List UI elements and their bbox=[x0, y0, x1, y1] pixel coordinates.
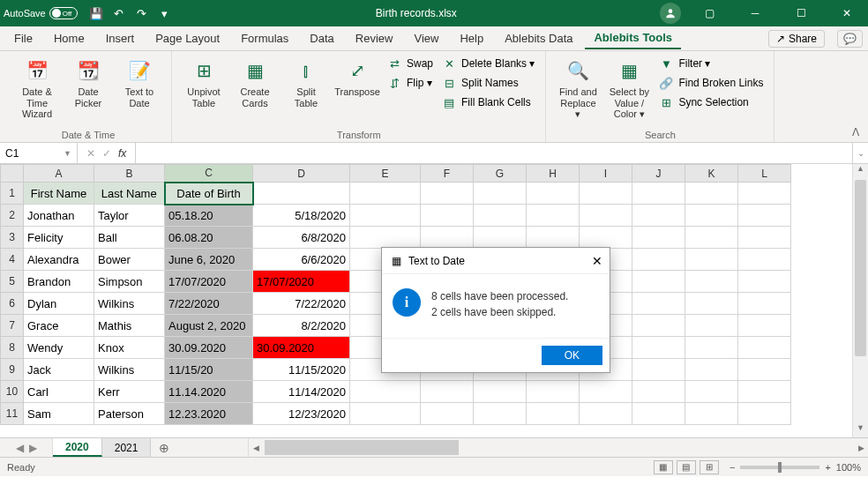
formula-input[interactable] bbox=[136, 143, 852, 163]
sync-selection-button[interactable]: ⊞Sync Selection bbox=[655, 93, 767, 111]
ribbon-display-icon[interactable]: ▢ bbox=[692, 1, 727, 26]
cell[interactable] bbox=[738, 381, 791, 403]
cell[interactable] bbox=[685, 315, 738, 337]
cell[interactable]: Date of Birth bbox=[165, 183, 253, 205]
cell[interactable]: 6/6/2020 bbox=[253, 249, 350, 271]
cell[interactable] bbox=[685, 359, 738, 381]
cell[interactable] bbox=[474, 227, 527, 249]
cell[interactable] bbox=[632, 293, 685, 315]
cell[interactable] bbox=[474, 205, 527, 227]
cell[interactable] bbox=[738, 337, 791, 359]
cell[interactable]: 06.08.20 bbox=[165, 227, 253, 249]
cell[interactable] bbox=[685, 271, 738, 293]
row-header[interactable]: 9 bbox=[1, 359, 24, 381]
undo-icon[interactable]: ↶ bbox=[111, 5, 127, 21]
cell[interactable] bbox=[632, 271, 685, 293]
cell[interactable]: Wilkins bbox=[94, 359, 165, 381]
cell[interactable]: 11.14.2020 bbox=[165, 381, 253, 403]
ribbon-tab-home[interactable]: Home bbox=[45, 28, 94, 49]
zoom-out-button[interactable]: − bbox=[730, 462, 735, 473]
cell[interactable]: 12/23/2020 bbox=[253, 403, 350, 425]
autosave-toggle[interactable]: AutoSave Off bbox=[4, 7, 78, 19]
cell[interactable]: 11/14/2020 bbox=[253, 381, 350, 403]
ribbon-tab-ablebits-data[interactable]: Ablebits Data bbox=[496, 28, 581, 49]
cell[interactable]: Wilkins bbox=[94, 293, 165, 315]
cell[interactable]: 5/18/2020 bbox=[253, 205, 350, 227]
page-layout-button[interactable]: ▤ bbox=[677, 460, 696, 474]
col-header-A[interactable]: A bbox=[24, 165, 94, 183]
zoom-slider[interactable] bbox=[740, 466, 819, 469]
cell[interactable] bbox=[685, 249, 738, 271]
cell[interactable]: 17/07/2020 bbox=[165, 271, 253, 293]
cell[interactable]: Taylor bbox=[94, 205, 165, 227]
cell[interactable]: Carl bbox=[24, 381, 94, 403]
row-header[interactable]: 1 bbox=[1, 183, 24, 205]
cell[interactable]: Jack bbox=[24, 359, 94, 381]
add-sheet-button[interactable]: ⊕ bbox=[151, 438, 177, 457]
cell[interactable] bbox=[580, 205, 632, 227]
fill-blank-cells-button[interactable]: ▤Fill Blank Cells bbox=[438, 93, 538, 111]
cell[interactable]: 7/22/2020 bbox=[253, 293, 350, 315]
page-break-button[interactable]: ⊞ bbox=[700, 460, 719, 474]
share-button[interactable]: ↗Share bbox=[768, 30, 825, 48]
zoom-control[interactable]: − + 100% bbox=[730, 462, 861, 473]
cell[interactable]: Jonathan bbox=[24, 205, 94, 227]
ok-button[interactable]: OK bbox=[542, 346, 602, 365]
cell[interactable]: 6/8/2020 bbox=[253, 227, 350, 249]
minimize-button[interactable]: ─ bbox=[737, 1, 773, 26]
scroll-up-icon[interactable]: ▲ bbox=[853, 164, 868, 178]
redo-icon[interactable]: ↷ bbox=[134, 5, 150, 21]
cell[interactable]: 11/15/20 bbox=[165, 359, 253, 381]
cell[interactable] bbox=[253, 183, 350, 205]
cell[interactable] bbox=[580, 183, 632, 205]
ribbon-tab-ablebits-tools[interactable]: Ablebits Tools bbox=[585, 27, 681, 49]
dialog-titlebar[interactable]: ▦ Text to Date ✕ bbox=[382, 248, 610, 274]
cell[interactable] bbox=[421, 403, 474, 425]
ribbon-tab-file[interactable]: File bbox=[5, 28, 41, 49]
cell[interactable] bbox=[421, 183, 474, 205]
col-header-E[interactable]: E bbox=[350, 165, 421, 183]
cell[interactable] bbox=[527, 227, 580, 249]
col-header-B[interactable]: B bbox=[94, 165, 165, 183]
cell[interactable]: 30.09.2020 bbox=[165, 337, 253, 359]
cell[interactable] bbox=[527, 403, 580, 425]
col-header-H[interactable]: H bbox=[527, 165, 580, 183]
row-header[interactable]: 5 bbox=[1, 271, 24, 293]
cell[interactable] bbox=[474, 381, 527, 403]
chevron-down-icon[interactable]: ▼ bbox=[64, 149, 71, 158]
find-broken-links-button[interactable]: 🔗Find Broken Links bbox=[655, 74, 767, 92]
cell[interactable] bbox=[685, 337, 738, 359]
ribbon-tab-data[interactable]: Data bbox=[301, 28, 342, 49]
ribbon-tab-view[interactable]: View bbox=[405, 28, 447, 49]
find-and-replace--button[interactable]: 🔍Find and Replace ▾ bbox=[553, 55, 602, 122]
cell[interactable]: June 6, 2020 bbox=[165, 249, 253, 271]
cell[interactable] bbox=[350, 403, 421, 425]
cell[interactable] bbox=[421, 227, 474, 249]
col-header-D[interactable]: D bbox=[253, 165, 350, 183]
cell[interactable]: 30.09.2020 bbox=[253, 337, 350, 359]
cell[interactable] bbox=[632, 227, 685, 249]
cell[interactable]: Sam bbox=[24, 403, 94, 425]
zoom-in-button[interactable]: + bbox=[825, 462, 830, 473]
cell[interactable]: Paterson bbox=[94, 403, 165, 425]
cancel-formula-icon[interactable]: ✕ bbox=[86, 147, 95, 160]
col-header-I[interactable]: I bbox=[580, 165, 632, 183]
col-header-C[interactable]: C bbox=[165, 165, 253, 183]
create-cards-button[interactable]: ▦Create Cards bbox=[230, 55, 280, 110]
toggle-switch[interactable]: Off bbox=[49, 7, 78, 19]
cell[interactable] bbox=[580, 227, 632, 249]
cell[interactable]: 05.18.20 bbox=[165, 205, 253, 227]
cell[interactable]: First Name bbox=[24, 183, 94, 205]
cell[interactable]: Kerr bbox=[94, 381, 165, 403]
cell[interactable] bbox=[632, 337, 685, 359]
cell[interactable] bbox=[421, 205, 474, 227]
cell[interactable]: Simpson bbox=[94, 271, 165, 293]
ribbon-tab-insert[interactable]: Insert bbox=[97, 28, 144, 49]
cell[interactable] bbox=[580, 381, 632, 403]
cell[interactable] bbox=[685, 205, 738, 227]
maximize-button[interactable]: ☐ bbox=[783, 1, 819, 26]
cell[interactable] bbox=[632, 359, 685, 381]
scroll-down-icon[interactable]: ▼ bbox=[853, 423, 868, 437]
cell[interactable]: Grace bbox=[24, 315, 94, 337]
cell[interactable]: Wendy bbox=[24, 337, 94, 359]
